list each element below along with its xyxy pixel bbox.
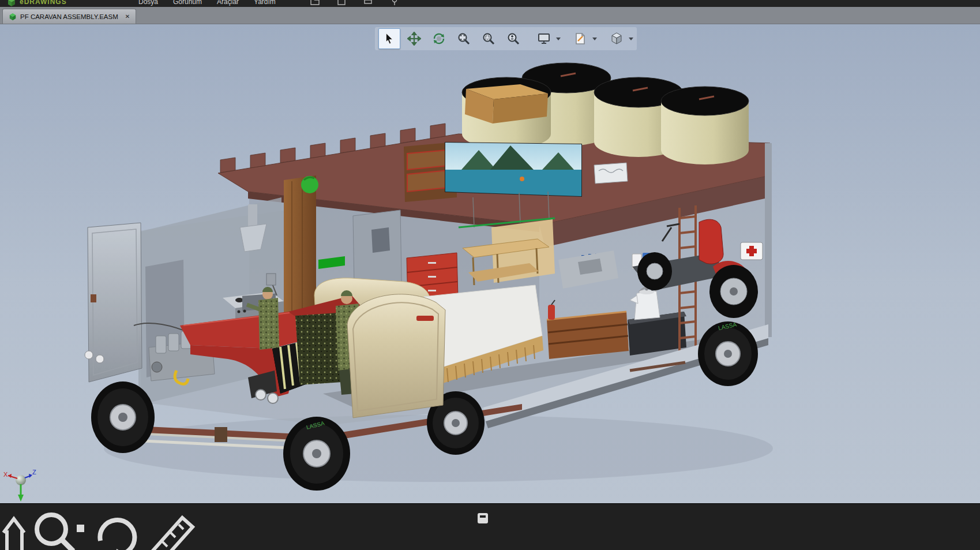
home-icon[interactable] xyxy=(0,507,29,550)
side-mirror xyxy=(266,274,276,285)
roof-crate[interactable] xyxy=(465,84,548,124)
print-icon[interactable] xyxy=(363,0,373,6)
bottom-toolbar xyxy=(0,503,980,550)
door-handle xyxy=(416,316,434,321)
door-hinge xyxy=(91,294,96,302)
monitor-icon xyxy=(537,32,551,46)
tool-zoom-area[interactable] xyxy=(478,28,500,49)
menu-bar: eDRAWINGS Dosya Görünüm Araçlar Yardım xyxy=(0,0,980,7)
tool-pan[interactable] xyxy=(403,28,425,49)
view-orientation-dropdown-caret[interactable] xyxy=(629,38,633,40)
markup-icon xyxy=(573,32,587,46)
zoom-icon[interactable] xyxy=(32,508,87,550)
tool-view-orientation[interactable] xyxy=(606,28,628,49)
menu-view[interactable]: Görünüm xyxy=(173,0,202,6)
water-tank[interactable] xyxy=(661,87,749,164)
model-viewport[interactable]: LASSA LASSA X Z xyxy=(0,24,980,503)
axis-x-label: X xyxy=(3,471,8,478)
zoom-icon xyxy=(506,32,520,46)
rotate-icon xyxy=(432,32,446,46)
app-logo: eDRAWINGS xyxy=(0,0,138,7)
atv-seat xyxy=(699,219,723,264)
axis-z-label: Z xyxy=(32,469,36,476)
tab-bar: PF CARAVAN ASSEMBLY.EASM ✕ xyxy=(0,7,980,24)
tool-rotate[interactable] xyxy=(428,28,450,49)
tool-zoom-fit[interactable] xyxy=(453,28,475,49)
tv-picture[interactable] xyxy=(445,143,581,196)
pin-icon[interactable] xyxy=(390,0,399,6)
pan-icon xyxy=(407,32,421,46)
save-icon[interactable] xyxy=(337,0,346,6)
zoom-fit-icon xyxy=(457,32,471,46)
tool-select[interactable] xyxy=(378,28,400,49)
wheel-front-left[interactable] xyxy=(91,381,155,453)
wood-pillar xyxy=(284,175,316,325)
markup-dropdown-caret[interactable] xyxy=(592,38,597,40)
rotate-icon[interactable] xyxy=(91,508,146,550)
storage-chest[interactable] xyxy=(547,312,629,359)
select-arrow-icon xyxy=(383,32,396,45)
app-logo-text: eDRAWINGS xyxy=(20,0,67,6)
cab-door-open[interactable] xyxy=(347,294,445,418)
wall-picture[interactable] xyxy=(594,163,628,184)
horn xyxy=(256,390,266,400)
full-screen-dropdown-caret[interactable] xyxy=(556,38,561,40)
first-aid-box[interactable] xyxy=(741,242,763,260)
hood-duct xyxy=(248,204,257,227)
tab-close-icon[interactable]: ✕ xyxy=(125,13,130,20)
right-wall-edge xyxy=(765,143,772,337)
view-cube-icon xyxy=(610,32,624,46)
menu-help[interactable]: Yardım xyxy=(254,0,276,6)
wheel-mid-left[interactable]: LASSA xyxy=(283,417,350,491)
tab-title: PF CARAVAN ASSEMBLY.EASM xyxy=(20,13,118,20)
assembly-cube-icon xyxy=(9,13,17,21)
menu-file[interactable]: Dosya xyxy=(138,0,158,6)
measure-icon[interactable] xyxy=(148,508,202,550)
tool-markup[interactable] xyxy=(569,28,591,49)
viewport-canvas[interactable]: LASSA LASSA X Z xyxy=(0,24,980,503)
axis-triad: X Z xyxy=(3,469,36,502)
app-logo-icon xyxy=(7,0,16,7)
horn xyxy=(268,393,278,403)
zoom-area-icon xyxy=(482,32,495,46)
menu-tools[interactable]: Araçlar xyxy=(217,0,239,6)
document-tab[interactable]: PF CARAVAN ASSEMBLY.EASM ✕ xyxy=(2,9,136,24)
panel-icon[interactable] xyxy=(476,512,489,525)
tool-zoom[interactable] xyxy=(502,28,524,49)
view-toolbar xyxy=(375,27,637,50)
wheel-rear-right[interactable]: LASSA xyxy=(698,321,758,386)
open-icon[interactable] xyxy=(310,0,320,6)
tool-full-screen[interactable] xyxy=(533,28,555,49)
plant-ball xyxy=(301,176,318,193)
